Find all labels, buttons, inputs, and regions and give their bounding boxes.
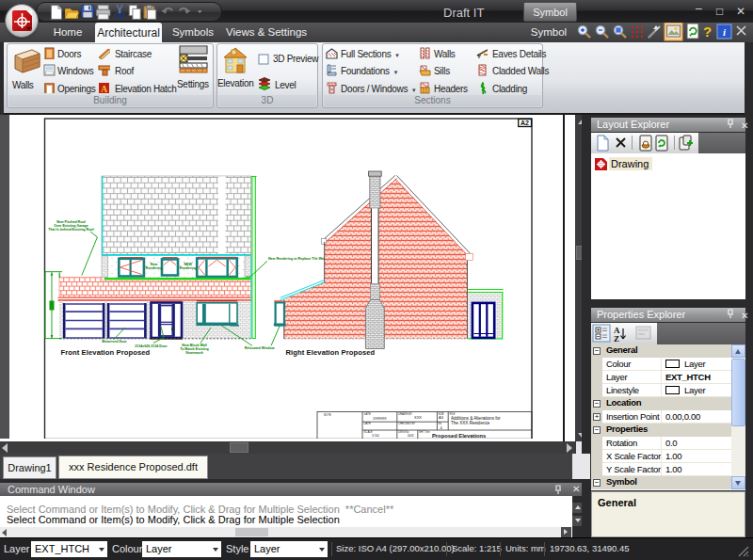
svg-text:Right Elevation Proposed: Right Elevation Proposed	[286, 348, 376, 357]
svg-text:NOTE: NOTE	[324, 413, 331, 417]
svg-text:Front Elevation Proposed: Front Elevation Proposed	[61, 348, 151, 357]
svg-text:That Is behind Existing Roof: That Is behind Existing Roof	[48, 228, 94, 232]
svg-text:New Rendering to Replace Tile: New Rendering to Replace Tile Wall	[268, 257, 326, 261]
svg-text:001: 001	[408, 433, 414, 438]
svg-text:Relocated Window: Relocated Window	[245, 346, 275, 350]
svg-text:Rendering: Rendering	[146, 266, 163, 270]
svg-text:FILE: FILE	[450, 412, 456, 416]
svg-text:1:50: 1:50	[372, 433, 380, 438]
svg-text:A3: A3	[439, 415, 444, 420]
svg-text:A: A	[101, 84, 108, 94]
svg-text:2134x926 2134 Door: 2134x926 2134 Door	[135, 344, 168, 348]
svg-text:Stonework: Stonework	[185, 351, 202, 355]
svg-text:Rendering: Rendering	[180, 266, 197, 270]
svg-text:Motorised Door: Motorised Door	[102, 340, 127, 344]
svg-text:?: ?	[703, 24, 712, 40]
svg-text:CHECKED BY: CHECKED BY	[398, 422, 415, 425]
svg-text:The XXX Residence: The XXX Residence	[451, 421, 490, 425]
svg-text:SHT Title: SHT Title	[419, 430, 430, 434]
svg-text:1999/99: 1999/99	[373, 416, 387, 421]
svg-text:DATE: DATE	[364, 412, 371, 416]
svg-text:A2: A2	[521, 120, 529, 126]
svg-text:XXX: XXX	[414, 415, 422, 420]
svg-text:DRAWN BY: DRAWN BY	[398, 412, 412, 416]
svg-text:Z: Z	[614, 334, 619, 344]
svg-text:DATE: DATE	[364, 422, 371, 425]
